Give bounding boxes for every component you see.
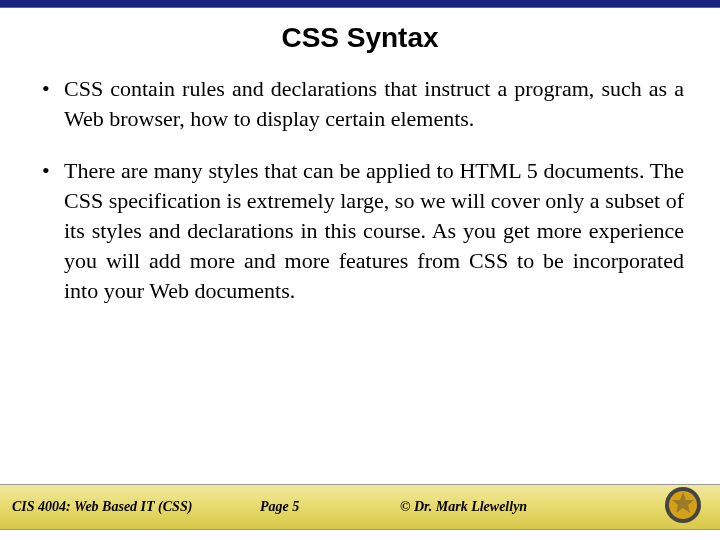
footer-page-label: Page 5 bbox=[260, 499, 400, 515]
bullet-marker-icon: • bbox=[36, 74, 64, 134]
footer-course-label: CIS 4004: Web Based IT (CSS) bbox=[0, 499, 260, 515]
slide-title: CSS Syntax bbox=[0, 22, 720, 54]
bullet-item: • CSS contain rules and declarations tha… bbox=[36, 74, 684, 134]
top-accent-bar bbox=[0, 0, 720, 8]
bullet-marker-icon: • bbox=[36, 156, 64, 306]
ucf-logo-icon bbox=[664, 486, 702, 528]
bullet-text: There are many styles that can be applie… bbox=[64, 156, 684, 306]
bullet-item: • There are many styles that can be appl… bbox=[36, 156, 684, 306]
footer-bar: CIS 4004: Web Based IT (CSS) Page 5 © Dr… bbox=[0, 484, 720, 530]
bullet-text: CSS contain rules and declarations that … bbox=[64, 74, 684, 134]
slide-content: • CSS contain rules and declarations tha… bbox=[0, 74, 720, 306]
